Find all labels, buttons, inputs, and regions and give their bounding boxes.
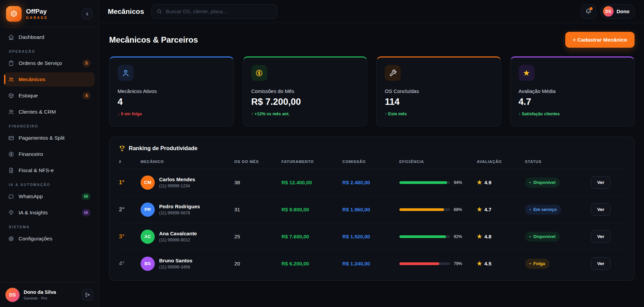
search-box bbox=[151, 4, 277, 19]
stat-delta: ↑ Este mês bbox=[385, 112, 493, 116]
efficiency-fill bbox=[399, 181, 447, 184]
efficiency-track bbox=[399, 181, 450, 184]
gear-icon bbox=[8, 236, 14, 242]
col-status: STATUS bbox=[525, 160, 591, 164]
sidebar-item-financeiro[interactable]: Financeiro bbox=[4, 147, 95, 161]
mechanic-phone: (11) 99999-9012 bbox=[159, 238, 197, 242]
rating-value: 4.8 bbox=[484, 234, 491, 239]
efficiency-track bbox=[399, 235, 450, 238]
rank-label: 4° bbox=[119, 260, 141, 267]
sidebar-item-mecanicos[interactable]: Mecânicos bbox=[4, 72, 95, 87]
logout-button[interactable] bbox=[82, 289, 93, 301]
sidebar-header: OffPay GARAGE bbox=[0, 0, 99, 27]
sidebar-item-label: Financeiro bbox=[19, 151, 43, 157]
dollar-circle-icon bbox=[8, 151, 14, 157]
revenue-value: R$ 12.400,00 bbox=[281, 180, 342, 185]
os-count: 25 bbox=[234, 234, 281, 239]
stat-card-comissoes-mes: Comissões do Mês R$ 7.200,00 ↑ +12% vs m… bbox=[243, 56, 368, 126]
mechanic-icon bbox=[118, 65, 133, 81]
sidebar-item-label: Ordens de Serviço bbox=[19, 60, 62, 66]
stat-delta: ↓ 0 em folga bbox=[118, 112, 225, 116]
sidebar-section-operacao: OPERAÇÃO bbox=[9, 49, 90, 53]
stat-card-avaliacao-media: ★ Avaliação Média 4.7 ↑ Satisfação clien… bbox=[510, 56, 635, 126]
efficiency-cell: 92% bbox=[399, 234, 477, 239]
col-comissao: COMISSÃO bbox=[342, 160, 399, 164]
star-icon: ★ bbox=[477, 207, 482, 212]
sidebar-item-label: Mecânicos bbox=[19, 76, 45, 82]
mechanic-cell: PR Pedro Rodrigues (11) 99999-5678 bbox=[141, 203, 234, 217]
status-badge: Disponível bbox=[525, 232, 560, 242]
col-mecanico: MECÂNICO bbox=[141, 160, 234, 164]
sidebar-item-pagamentos-split[interactable]: Pagamentos & Split bbox=[4, 131, 95, 145]
view-button[interactable]: Ver bbox=[591, 257, 611, 270]
stat-label: Mecânicos Ativos bbox=[118, 88, 225, 94]
revenue-value: R$ 6.200,00 bbox=[281, 261, 342, 266]
efficiency-percent: 94% bbox=[454, 180, 462, 185]
star-icon: ★ bbox=[519, 65, 535, 81]
stats-row: Mecânicos Ativos 4 ↓ 0 em folga Comissõe… bbox=[109, 56, 635, 126]
search-input[interactable] bbox=[166, 8, 272, 14]
star-icon: ★ bbox=[477, 234, 482, 239]
clipboard-icon bbox=[8, 60, 14, 66]
box-icon bbox=[8, 93, 14, 99]
sidebar-item-dashboard[interactable]: Dashboard bbox=[4, 30, 95, 44]
view-button[interactable]: Ver bbox=[591, 203, 611, 216]
hexagon-icon bbox=[10, 10, 18, 18]
sidebar-section-sistema: SISTEMA bbox=[9, 225, 90, 229]
sidebar-item-fiscal-nfse[interactable]: Fiscal & NFS-e bbox=[4, 163, 95, 178]
notifications-button[interactable] bbox=[581, 4, 596, 19]
stat-delta: ↑ +12% vs mês ant. bbox=[251, 112, 359, 116]
sidebar-item-label: WhatsApp bbox=[19, 193, 43, 199]
money-icon bbox=[251, 65, 267, 81]
user-name: Dono da Silva bbox=[24, 289, 56, 295]
people-icon bbox=[8, 109, 14, 115]
revenue-value: R$ 9.800,00 bbox=[281, 207, 342, 212]
mechanic-avatar: CM bbox=[141, 175, 155, 190]
sidebar-item-whatsapp[interactable]: WhatsApp 56 bbox=[4, 189, 95, 204]
mechanic-phone: (11) 99999-3456 bbox=[159, 265, 192, 269]
sidebar-item-label: Configurações bbox=[19, 236, 52, 242]
stat-label: OS Concluídas bbox=[385, 88, 493, 94]
mechanic-cell: AC Ana Cavalcante (11) 99999-9012 bbox=[141, 230, 234, 244]
os-count: 31 bbox=[234, 207, 281, 212]
star-icon: ★ bbox=[477, 261, 482, 266]
mechanic-id: Carlos Mendes (11) 99999-1234 bbox=[159, 176, 195, 188]
status-badge: Disponível bbox=[525, 178, 560, 188]
topbar-right: DS Dono bbox=[581, 4, 635, 19]
sidebar-item-estoque[interactable]: Estoque 4 bbox=[4, 89, 95, 103]
sidebar-item-configuracoes[interactable]: Configurações bbox=[4, 232, 95, 246]
ranking-title-text: Ranking de Produtividade bbox=[129, 145, 198, 151]
users-icon bbox=[8, 76, 14, 82]
main-area: Mecânicos DS Dono Mecânicos & Parceiros … bbox=[99, 0, 644, 307]
sidebar-collapse-button[interactable] bbox=[82, 8, 93, 19]
mechanic-name: Pedro Rodrigues bbox=[159, 204, 200, 209]
user-chip-name: Dono bbox=[617, 8, 629, 14]
sidebar-item-ordens-de-servico[interactable]: Ordens de Serviço 5 bbox=[4, 56, 95, 70]
rank-label: 2° bbox=[119, 206, 141, 213]
user-menu-chip[interactable]: DS Dono bbox=[600, 4, 635, 19]
rank-label: 1° bbox=[119, 179, 141, 186]
view-button[interactable]: Ver bbox=[591, 176, 611, 189]
view-button[interactable]: Ver bbox=[591, 230, 611, 243]
user-role: Gerente · Pro bbox=[24, 296, 56, 300]
sidebar-item-label: Pagamentos & Split bbox=[19, 135, 65, 141]
sidebar-item-ia-insights[interactable]: IA & Insights IA bbox=[4, 206, 95, 220]
badge-estoque-count: 4 bbox=[82, 92, 91, 99]
col-rank: # bbox=[119, 160, 141, 164]
ranking-panel: Ranking de Produtividade # MECÂNICO OS D… bbox=[109, 137, 635, 281]
star-icon: ★ bbox=[477, 180, 482, 185]
logout-icon bbox=[85, 292, 90, 298]
stat-card-mecanicos-ativos: Mecânicos Ativos 4 ↓ 0 em folga bbox=[109, 56, 234, 126]
search-icon bbox=[156, 8, 162, 14]
cadastrar-mecanico-button[interactable]: + Cadastrar Mecânico bbox=[565, 32, 635, 48]
rating-value: 4.7 bbox=[484, 207, 491, 212]
efficiency-cell: 94% bbox=[399, 180, 477, 185]
sidebar-item-clientes-crm[interactable]: Clientes & CRM bbox=[4, 105, 95, 119]
mechanic-avatar: PR bbox=[141, 203, 155, 217]
stat-label: Comissões do Mês bbox=[251, 88, 359, 94]
efficiency-fill bbox=[399, 235, 446, 238]
app-logo bbox=[6, 6, 22, 22]
stat-value: 114 bbox=[385, 97, 493, 107]
efficiency-percent: 92% bbox=[454, 234, 462, 239]
sidebar-section-financeiro: FINANCEIRO bbox=[9, 124, 90, 128]
